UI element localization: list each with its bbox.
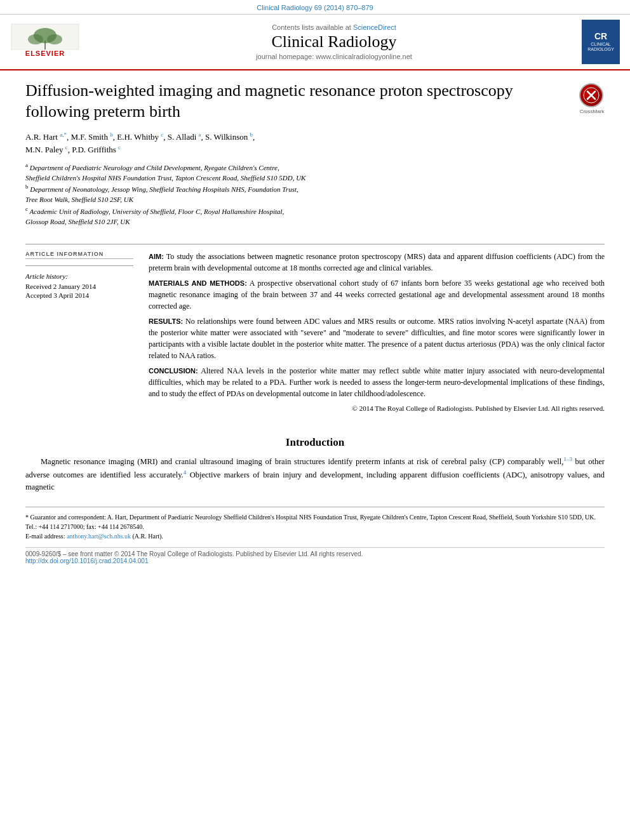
journal-logo-right: CR CLINICALRADIOLOGY <box>569 20 620 64</box>
guarantor-text: * Guarantor and correspondent: A. Hart, … <box>25 512 605 531</box>
intro-text: Magnetic resonance imaging (MRI) and cra… <box>25 455 605 493</box>
main-content: Diffusion-weighted imaging and magnetic … <box>0 70 630 577</box>
results-text: No relationships were found between ADC … <box>149 317 605 360</box>
conclusion-label: CONCLUSION: <box>149 367 198 375</box>
logo-cr-text: CR <box>594 32 607 41</box>
svg-point-3 <box>28 34 43 44</box>
abstract-results: RESULTS: No relationships were found bet… <box>149 316 605 361</box>
ref-4: 4 <box>184 469 187 476</box>
author-sup-a2: a <box>199 131 201 138</box>
issn-text: 0009-9260/$ – see front matter © 2014 Th… <box>25 550 605 557</box>
aff-sup-c: c <box>25 206 28 212</box>
article-info-title: ARTICLE INFORMATION <box>25 251 133 259</box>
aff-sup-b: b <box>25 183 29 190</box>
aim-text: To study the associations between magnet… <box>149 252 605 272</box>
affiliation-a: Department of Paediatric Neurology and C… <box>25 163 305 182</box>
article-title: Diffusion-weighted imaging and magnetic … <box>25 81 573 122</box>
conclusion-text: Altered NAA levels in the posterior whit… <box>149 366 605 398</box>
abstract-conclusion: CONCLUSION: Altered NAA levels in the po… <box>149 365 605 399</box>
and-text: and <box>593 470 605 479</box>
journal-header: ELSEVIER Contents lists available at Sci… <box>0 15 630 70</box>
divider-info <box>25 265 133 266</box>
journal-homepage: journal homepage: www.clinicalradiologyo… <box>99 53 569 60</box>
received-date: Received 2 January 2014 <box>25 283 133 290</box>
affiliation-b: Department of Neonatology, Jessop Wing, … <box>25 185 298 204</box>
citation-text: Clinical Radiology 69 (2014) 870–879 <box>257 4 373 11</box>
affiliation-c: Academic Unit of Radiology, University o… <box>25 208 284 226</box>
aff-sup-a: a <box>25 162 28 168</box>
crossmark-container: CrossMark <box>579 83 605 114</box>
authors-line: A.R. Hart a,*, M.F. Smith b, E.H. Whitby… <box>25 131 573 156</box>
article-title-section: Diffusion-weighted imaging and magnetic … <box>25 81 605 235</box>
journal-name: Clinical Radiology <box>99 32 569 51</box>
journal-logo-box: CR CLINICALRADIOLOGY <box>582 20 620 64</box>
journal-header-center: Contents lists available at ScienceDirec… <box>99 23 569 60</box>
results-label: RESULTS: <box>149 317 183 325</box>
author-sup-a: a,* <box>60 131 67 138</box>
abstract-copyright: © 2014 The Royal College of Radiologists… <box>149 403 605 414</box>
author-sup-c3: c <box>118 144 121 150</box>
abstract-aim: AIM: To study the associations between m… <box>149 251 605 274</box>
abstract-col: AIM: To study the associations between m… <box>149 251 605 418</box>
doi-link[interactable]: http://dx.doi.org/10.1016/j.crad.2014.04… <box>25 557 148 564</box>
materials-label: MATERIALS AND METHODS: <box>149 279 247 287</box>
accepted-date: Accepted 3 April 2014 <box>25 291 133 299</box>
abstract-section: AIM: To study the associations between m… <box>149 251 605 414</box>
aim-label: AIM: <box>149 253 164 260</box>
elsevier-logo-svg: ELSEVIER <box>10 23 80 58</box>
crossmark-label: CrossMark <box>579 109 605 114</box>
email-suffix: (A.R. Hart). <box>133 533 163 540</box>
article-info-col: ARTICLE INFORMATION Article history: Rec… <box>25 251 133 418</box>
email-link[interactable]: anthony.hart@sch.nhs.uk <box>67 533 131 540</box>
abstract-materials: MATERIALS AND METHODS: A prospective obs… <box>149 277 605 312</box>
article-history-label: Article history: <box>25 272 133 280</box>
footer-footnotes: * Guarantor and correspondent: A. Hart, … <box>25 507 605 541</box>
elsevier-logo-container: ELSEVIER <box>10 23 99 61</box>
author-sup-b2: b <box>250 131 253 138</box>
ref-1-3: 1–3 <box>563 456 572 462</box>
introduction-section: Introduction Magnetic resonance imaging … <box>25 430 605 493</box>
two-col-section: ARTICLE INFORMATION Article history: Rec… <box>25 251 605 418</box>
svg-point-4 <box>47 34 62 44</box>
email-label: E-mail address: <box>25 533 65 540</box>
author-sup-c2: c <box>65 144 68 150</box>
divider-1 <box>25 244 605 244</box>
affiliations: a Department of Paediatric Neurology and… <box>25 161 573 227</box>
article-title-container: Diffusion-weighted imaging and magnetic … <box>25 81 573 230</box>
citation-bar: Clinical Radiology 69 (2014) 870–879 <box>0 0 630 15</box>
footer-bottom: 0009-9260/$ – see front matter © 2014 Th… <box>25 547 605 564</box>
crossmark-badge <box>579 83 603 107</box>
science-direct-link[interactable]: ScienceDirect <box>353 23 396 31</box>
science-direct-text: Contents lists available at ScienceDirec… <box>99 23 569 31</box>
author-sup-c1: c <box>161 131 163 138</box>
logo-full-text: CLINICALRADIOLOGY <box>587 42 614 53</box>
svg-text:ELSEVIER: ELSEVIER <box>25 50 65 57</box>
email-line: E-mail address: anthony.hart@sch.nhs.uk … <box>25 531 605 541</box>
crossmark-icon <box>583 87 600 103</box>
intro-title: Introduction <box>25 436 605 449</box>
author-sup-b1: b <box>110 131 113 138</box>
